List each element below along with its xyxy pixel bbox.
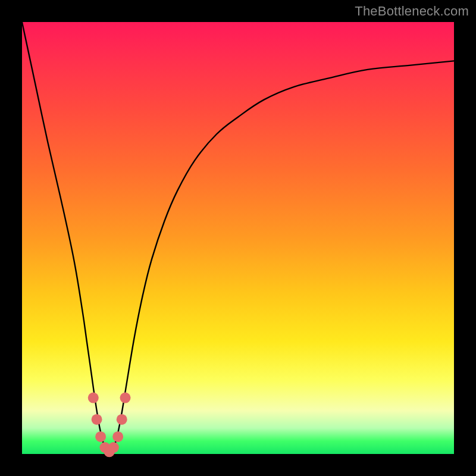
curve-svg bbox=[22, 22, 454, 454]
trough-dot bbox=[112, 431, 123, 442]
trough-dots-group bbox=[88, 393, 131, 458]
plot-area bbox=[22, 22, 454, 454]
trough-dot bbox=[120, 393, 131, 403]
trough-dot bbox=[92, 414, 102, 425]
trough-dot bbox=[108, 442, 119, 453]
outer-frame: TheBottleneck.com bbox=[0, 0, 476, 476]
trough-dot bbox=[95, 431, 106, 442]
trough-dot bbox=[88, 393, 99, 403]
trough-dot bbox=[117, 414, 127, 425]
watermark-text: TheBottleneck.com bbox=[355, 4, 469, 19]
bottleneck-curve bbox=[22, 22, 454, 454]
